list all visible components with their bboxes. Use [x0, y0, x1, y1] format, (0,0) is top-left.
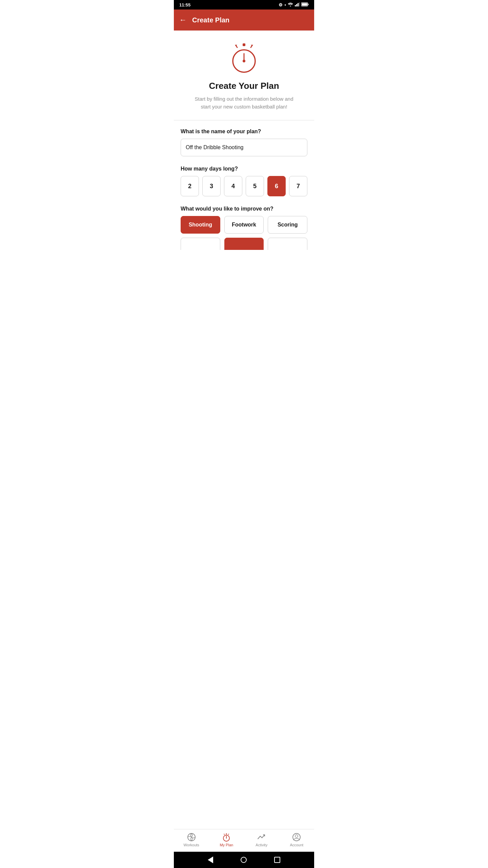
day-btn-5[interactable]: 5 [246, 176, 264, 196]
settings-icon: ⚙ [279, 2, 283, 7]
page-title: Create Plan [192, 16, 229, 24]
svg-point-13 [243, 60, 245, 62]
day-btn-2[interactable]: 2 [181, 176, 199, 196]
status-bar: 11:55 ⚙ ▪ [174, 0, 314, 9]
status-time: 11:55 [179, 2, 190, 7]
day-btn-6[interactable]: 6 [267, 176, 286, 196]
improve-shooting[interactable]: Shooting [181, 216, 220, 234]
card-icon: ▪ [284, 2, 286, 7]
svg-rect-4 [299, 2, 300, 6]
hero-subtitle: Start by filling out the information bel… [190, 95, 298, 111]
page-header: ← Create Plan [174, 9, 314, 31]
svg-point-0 [290, 5, 291, 6]
svg-rect-6 [308, 4, 309, 5]
improve-option-5[interactable] [224, 238, 264, 250]
days-label: How many days long? [181, 166, 307, 172]
plan-name-label: What is the name of your plan? [181, 129, 307, 135]
svg-rect-2 [296, 4, 297, 6]
hero-title: Create Your Plan [209, 81, 279, 91]
back-button[interactable]: ← [179, 16, 187, 24]
stopwatch-icon [227, 41, 261, 75]
form-section: What is the name of your plan? How many … [174, 120, 314, 258]
day-btn-3[interactable]: 3 [202, 176, 221, 196]
main-content: Create Your Plan Start by filling out th… [174, 31, 314, 305]
battery-icon [301, 2, 309, 7]
svg-marker-9 [235, 45, 237, 46]
improve-footwork[interactable]: Footwork [224, 216, 264, 234]
svg-rect-3 [298, 3, 299, 6]
improve-scoring[interactable]: Scoring [268, 216, 307, 234]
improve-option-4[interactable] [181, 238, 220, 250]
days-selector: 2 3 4 5 6 7 [181, 176, 307, 196]
plan-name-input[interactable] [181, 139, 307, 156]
improve-label: What would you like to improve on? [181, 206, 307, 212]
status-icons: ⚙ ▪ [279, 2, 309, 7]
svg-marker-10 [251, 45, 253, 46]
svg-rect-8 [243, 43, 245, 46]
wifi-icon [288, 2, 293, 7]
svg-rect-7 [302, 3, 307, 5]
day-btn-7[interactable]: 7 [289, 176, 307, 196]
svg-rect-1 [295, 5, 296, 6]
improve-option-6[interactable] [268, 238, 307, 250]
hero-section: Create Your Plan Start by filling out th… [174, 31, 314, 119]
signal-icon [295, 2, 300, 7]
improve-options-row1: Shooting Footwork Scoring [181, 216, 307, 234]
improve-options-row2 [181, 238, 307, 250]
day-btn-4[interactable]: 4 [224, 176, 242, 196]
